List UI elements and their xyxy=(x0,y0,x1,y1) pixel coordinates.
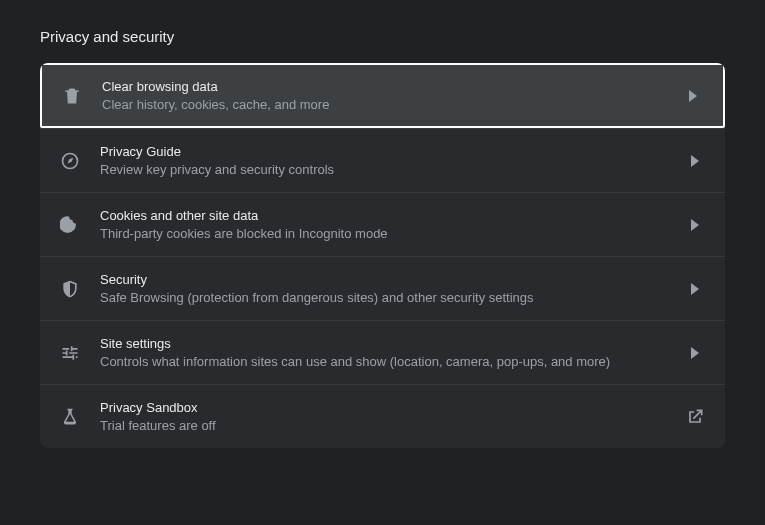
compass-icon xyxy=(60,151,80,171)
row-subtitle: Review key privacy and security controls xyxy=(100,162,673,177)
row-site-settings[interactable]: Site settings Controls what information … xyxy=(40,320,725,384)
row-clear-browsing-data[interactable]: Clear browsing data Clear history, cooki… xyxy=(40,63,725,128)
section-title: Privacy and security xyxy=(40,28,725,45)
sliders-icon xyxy=(60,343,80,363)
row-title: Site settings xyxy=(100,336,673,351)
row-texts: Security Safe Browsing (protection from … xyxy=(100,272,673,305)
row-title: Cookies and other site data xyxy=(100,208,673,223)
chevron-right-icon xyxy=(685,343,705,363)
row-texts: Cookies and other site data Third-party … xyxy=(100,208,673,241)
shield-icon xyxy=(60,279,80,299)
chevron-right-icon xyxy=(685,215,705,235)
row-privacy-guide[interactable]: Privacy Guide Review key privacy and sec… xyxy=(40,128,725,192)
settings-card: Clear browsing data Clear history, cooki… xyxy=(40,63,725,448)
row-texts: Clear browsing data Clear history, cooki… xyxy=(102,79,671,112)
row-subtitle: Clear history, cookies, cache, and more xyxy=(102,97,671,112)
open-in-new-icon xyxy=(685,407,705,427)
row-title: Privacy Sandbox xyxy=(100,400,673,415)
row-title: Security xyxy=(100,272,673,287)
row-texts: Privacy Guide Review key privacy and sec… xyxy=(100,144,673,177)
cookie-icon xyxy=(60,215,80,235)
row-subtitle: Third-party cookies are blocked in Incog… xyxy=(100,226,673,241)
row-cookies[interactable]: Cookies and other site data Third-party … xyxy=(40,192,725,256)
row-texts: Site settings Controls what information … xyxy=(100,336,673,369)
chevron-right-icon xyxy=(685,279,705,299)
flask-icon xyxy=(60,407,80,427)
chevron-right-icon xyxy=(683,86,703,106)
trash-icon xyxy=(62,86,82,106)
row-subtitle: Controls what information sites can use … xyxy=(100,354,673,369)
row-title: Privacy Guide xyxy=(100,144,673,159)
row-privacy-sandbox[interactable]: Privacy Sandbox Trial features are off xyxy=(40,384,725,448)
row-subtitle: Trial features are off xyxy=(100,418,673,433)
row-subtitle: Safe Browsing (protection from dangerous… xyxy=(100,290,673,305)
chevron-right-icon xyxy=(685,151,705,171)
row-texts: Privacy Sandbox Trial features are off xyxy=(100,400,673,433)
row-title: Clear browsing data xyxy=(102,79,671,94)
row-security[interactable]: Security Safe Browsing (protection from … xyxy=(40,256,725,320)
